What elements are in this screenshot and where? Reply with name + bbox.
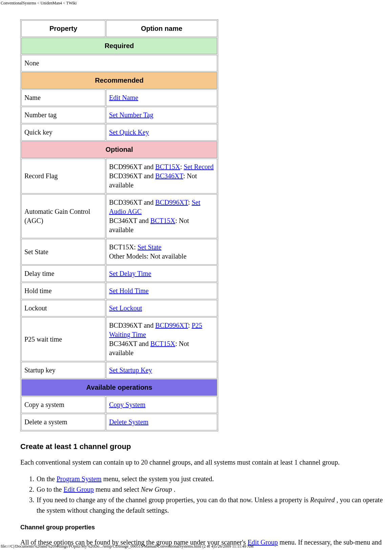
footer-path: file:///C|/Documents%20and%20Settings/PO…	[1, 544, 253, 549]
table-row: Copy a system Copy System	[21, 396, 217, 413]
table-row: Lockout Set Lockout	[21, 300, 217, 317]
prop-label: Set State	[21, 239, 105, 265]
table-row: Name Edit Name	[21, 89, 217, 106]
text: BCT15X:	[109, 243, 138, 251]
option-cell: BCT15X: Set State Other Models: Not avai…	[106, 239, 217, 265]
text: :	[188, 199, 192, 206]
bcd996xt-link[interactable]: BCD996XT	[155, 199, 188, 206]
bct15x-link[interactable]: BCT15X	[155, 163, 180, 170]
set-hold-time-link[interactable]: Set Hold Time	[109, 287, 149, 294]
col-property-header: Property	[21, 20, 105, 37]
page-content: Property Option name Required None Recom…	[0, 6, 392, 550]
text: BCD396XT and	[109, 172, 155, 180]
table-row: Startup key Set Startup Key	[21, 362, 217, 379]
section-operations: Available operations	[21, 379, 217, 396]
list-item: If you need to change any of the channel…	[36, 495, 392, 516]
table-row: Delete a system Delete System	[21, 414, 217, 430]
text: BCD396XT and	[109, 199, 155, 206]
properties-table: Property Option name Required None Recom…	[20, 19, 218, 431]
set-startup-key-link[interactable]: Set Startup Key	[109, 366, 152, 374]
text: BC346XT and	[109, 217, 150, 224]
edit-name-link[interactable]: Edit Name	[109, 94, 138, 101]
text: menu and select	[94, 486, 141, 493]
prop-label: Startup key	[21, 362, 105, 379]
set-lockout-link[interactable]: Set Lockout	[109, 304, 142, 312]
text: If you need to change any of the channel…	[37, 496, 310, 504]
prop-label: P25 wait time	[21, 317, 105, 361]
section-heading: Create at least 1 channel group	[20, 442, 392, 451]
text: Other Models: Not available	[109, 252, 186, 260]
table-row: Delay time Set Delay Time	[21, 265, 217, 282]
prop-label: Name	[21, 89, 105, 106]
bcd996xt-link[interactable]: BCD996XT	[155, 322, 188, 329]
required-none-cell: None	[21, 55, 217, 72]
table-row: Automatic Gain Control (AGC) BCD396XT an…	[21, 194, 217, 238]
table-row: Set State BCT15X: Set State Other Models…	[21, 239, 217, 265]
section-required: Required	[21, 38, 217, 54]
prop-label: Quick key	[21, 124, 105, 141]
text: :	[180, 163, 184, 170]
emphasis: Required	[310, 496, 335, 504]
prop-label: Lockout	[21, 300, 105, 317]
text: On the	[37, 475, 57, 483]
emphasis: New Group	[141, 486, 172, 493]
set-number-tag-link[interactable]: Set Number Tag	[109, 111, 153, 119]
text: :	[188, 322, 192, 329]
delete-system-link[interactable]: Delete System	[109, 418, 148, 426]
list-item: Go to the Edit Group menu and select New…	[36, 484, 392, 495]
steps-list: On the Program System menu, select the s…	[20, 474, 392, 516]
section-optional: Optional	[21, 141, 217, 158]
table-row: Record Flag BCD996XT and BCT15X: Set Rec…	[21, 159, 217, 193]
set-record-link[interactable]: Set Record	[184, 163, 213, 170]
table-row: Hold time Set Hold Time	[21, 283, 217, 299]
text: Go to the	[37, 486, 63, 493]
bc346xt-link[interactable]: BC346XT	[155, 172, 183, 180]
prop-label: Record Flag	[21, 159, 105, 193]
prop-label: Number tag	[21, 107, 105, 123]
edit-group-link[interactable]: Edit Group	[63, 486, 94, 493]
option-cell: BCD996XT and BCT15X: Set Record BCD396XT…	[106, 159, 217, 193]
text: BCD396XT and	[109, 322, 155, 329]
prop-label: Automatic Gain Control (AGC)	[21, 194, 105, 238]
option-cell: BCD396XT and BCD996XT: Set Audio AGC BC3…	[106, 194, 217, 238]
table-row: Quick key Set Quick Key	[21, 124, 217, 141]
breadcrumb: ConventionalSystems < UnidenMan4 < TWiki	[0, 0, 392, 6]
text: menu, select the system you just created…	[102, 475, 214, 483]
list-item: On the Program System menu, select the s…	[36, 474, 392, 484]
prop-label: Copy a system	[21, 396, 105, 413]
program-system-link[interactable]: Program System	[57, 475, 102, 483]
section-recommended: Recommended	[21, 72, 217, 89]
prop-label: Delete a system	[21, 414, 105, 430]
prop-label: Hold time	[21, 283, 105, 299]
bct15x-link[interactable]: BCT15X	[150, 217, 175, 224]
col-option-header: Option name	[106, 20, 217, 37]
paragraph: Each conventional system can contain up …	[20, 457, 392, 468]
option-cell: BCD396XT and BCD996XT: P25 Waiting Time …	[106, 317, 217, 361]
text: BC346XT and	[109, 340, 150, 347]
text: BCD996XT and	[109, 163, 155, 170]
bct15x-link[interactable]: BCT15X	[150, 340, 175, 347]
set-delay-time-link[interactable]: Set Delay Time	[109, 270, 151, 277]
set-quick-key-link[interactable]: Set Quick Key	[109, 128, 149, 136]
table-row: Number tag Set Number Tag	[21, 107, 217, 123]
copy-system-link[interactable]: Copy System	[109, 401, 145, 408]
table-row: P25 wait time BCD396XT and BCD996XT: P25…	[21, 317, 217, 361]
text: .	[172, 486, 176, 493]
subsection-heading: Channel group properties	[20, 524, 392, 531]
set-state-link[interactable]: Set State	[138, 243, 162, 251]
prop-label: Delay time	[21, 265, 105, 282]
